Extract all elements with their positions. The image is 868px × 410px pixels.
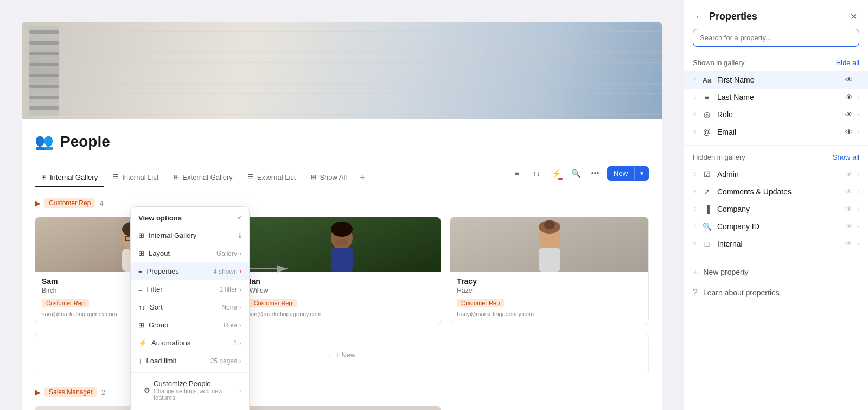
- drag-handle-email[interactable]: ⠿: [693, 129, 697, 135]
- prop-chevron-company[interactable]: ›: [857, 205, 859, 213]
- group-collapse-arrow[interactable]: ▶: [35, 199, 40, 207]
- card-sales-2[interactable]: [242, 406, 442, 410]
- learn-properties-button[interactable]: ? Learn about properties: [684, 282, 868, 303]
- drag-handle-role[interactable]: ⠿: [693, 112, 697, 118]
- vop-row-properties[interactable]: ≡ Properties 4 shown ›: [131, 262, 249, 280]
- rp-back-button[interactable]: ←: [695, 12, 704, 22]
- shown-label: Shown in gallery: [693, 59, 744, 67]
- vop-row-filter[interactable]: ≡ Filter 1 filter ›: [131, 280, 249, 298]
- property-search-input[interactable]: [693, 29, 859, 47]
- prop-visibility-company-id[interactable]: 👁: [845, 222, 853, 231]
- vop-arrow-load-limit: ›: [239, 357, 241, 365]
- tab-internal-list[interactable]: ☰ Internal List: [106, 169, 165, 187]
- prop-chevron-last-name[interactable]: ›: [857, 93, 859, 101]
- vop-label-sort: Sort: [150, 303, 163, 311]
- prop-row-internal[interactable]: ⠿ □ Internal 👁 ›: [684, 235, 868, 253]
- vop-close-button[interactable]: ×: [237, 213, 241, 222]
- prop-chevron-admin[interactable]: ›: [857, 171, 859, 178]
- prop-visibility-admin[interactable]: 👁: [845, 170, 853, 179]
- prop-chevron-role[interactable]: ›: [857, 111, 859, 118]
- card-email-tracy: tracy@marketingagency.com: [457, 311, 642, 317]
- customer-rep-tag: Customer Rep: [44, 198, 95, 208]
- drag-handle-company[interactable]: ⠿: [693, 206, 697, 212]
- prop-row-admin[interactable]: ⠿ ☑ Admin 👁 ›: [684, 166, 868, 183]
- vop-label-load-limit: Load limit: [146, 357, 177, 365]
- drag-handle-company-id[interactable]: ⠿: [693, 224, 697, 230]
- vop-divider-1: [131, 372, 249, 373]
- prop-row-comments[interactable]: ⠿ ↗ Comments & Updates 👁 ›: [684, 183, 868, 200]
- sales-group-arrow[interactable]: ▶: [35, 388, 40, 396]
- drag-handle-last-name[interactable]: ⠿: [693, 94, 697, 100]
- vop-row-internal-gallery[interactable]: ⊞ Internal Gallery ℹ: [131, 226, 249, 244]
- new-property-button[interactable]: + New property: [684, 262, 868, 282]
- vop-row-group[interactable]: ⊞ Group Role ›: [131, 316, 249, 334]
- learn-icon: ?: [693, 288, 698, 298]
- vop-value-filter: 1 filter: [219, 286, 237, 293]
- hidden-section-header: Hidden in gallery Show all: [684, 150, 868, 166]
- svg-point-9: [331, 222, 353, 237]
- vop-row-layout[interactable]: ⊞ Layout Gallery ›: [131, 244, 249, 262]
- tab-add-button[interactable]: +: [355, 168, 369, 187]
- hide-all-button[interactable]: Hide all: [836, 59, 859, 67]
- vop-customize[interactable]: ⚙ Customize People Change settings, add …: [131, 375, 249, 406]
- drag-handle-admin[interactable]: ⠿: [693, 172, 697, 178]
- prop-chevron-company-id[interactable]: ›: [857, 223, 859, 230]
- new-button-arrow[interactable]: ▼: [634, 167, 649, 180]
- vop-arrow-customize: ›: [239, 386, 241, 394]
- tab-icon-external-gallery: ⊞: [174, 173, 179, 181]
- prop-row-first-name[interactable]: ⠿ Aa First Name 👁 ›: [684, 71, 868, 89]
- drag-handle-first-name[interactable]: ⠿: [693, 77, 697, 83]
- vop-value-layout: Gallery: [216, 250, 237, 257]
- prop-visibility-internal[interactable]: 👁: [845, 239, 853, 248]
- prop-chevron-comments[interactable]: ›: [857, 188, 859, 195]
- prop-chevron-first-name[interactable]: ›: [857, 76, 859, 84]
- vop-label-internal-gallery: Internal Gallery: [149, 231, 196, 239]
- more-options-icon[interactable]: •••: [588, 166, 603, 181]
- new-button[interactable]: New ▼: [607, 166, 649, 181]
- prop-visibility-first-name[interactable]: 👁: [845, 75, 853, 84]
- vop-row-load-limit[interactable]: ↓ Load limit 25 pages ›: [131, 352, 249, 370]
- vop-info-icon[interactable]: ℹ: [239, 232, 241, 239]
- vop-icon-group: ⊞: [138, 321, 144, 329]
- svg-point-15: [544, 238, 548, 242]
- prop-chevron-email[interactable]: ›: [857, 128, 859, 136]
- prop-row-company[interactable]: ⠿ ▐ Company 👁 ›: [684, 200, 868, 218]
- vop-row-sort[interactable]: ↑↓ Sort None ›: [131, 298, 249, 316]
- tab-internal-gallery[interactable]: ⊞ Internal Gallery: [35, 169, 104, 187]
- tab-show-all[interactable]: ⊞ Show All: [304, 169, 353, 187]
- prop-icon-first-name: Aa: [701, 76, 713, 84]
- prop-visibility-role[interactable]: 👁: [845, 110, 853, 119]
- sales-manager-count: 2: [101, 388, 105, 396]
- search-icon[interactable]: 🔍: [568, 166, 583, 181]
- lightning-icon[interactable]: ⚡: [548, 166, 564, 181]
- prop-visibility-company[interactable]: 👁: [845, 205, 853, 213]
- vop-icon-filter: ≡: [138, 285, 143, 293]
- prop-chevron-internal[interactable]: ›: [857, 240, 859, 248]
- prop-visibility-comments[interactable]: 👁: [845, 187, 853, 196]
- prop-visibility-email[interactable]: 👁: [845, 128, 853, 136]
- prop-row-last-name[interactable]: ⠿ ≡ Last Name 👁 ›: [684, 89, 868, 106]
- prop-row-company-id[interactable]: ⠿ 🔍 Company ID 👁 ›: [684, 218, 868, 235]
- vop-row-automations[interactable]: ⚡ Automations 1 ›: [131, 334, 249, 352]
- people-icon: 👥: [35, 133, 54, 150]
- filter-icon[interactable]: ≡: [509, 166, 525, 181]
- rp-close-button[interactable]: ✕: [850, 11, 857, 22]
- vop-icon-load-limit: ↓: [138, 357, 142, 365]
- prop-name-company-id: Company ID: [717, 222, 841, 231]
- prop-name-company: Company: [717, 205, 841, 213]
- prop-visibility-last-name[interactable]: 👁: [845, 93, 853, 102]
- card-tracy[interactable]: Tracy Hazel Customer Rep tracy@marketing…: [450, 217, 649, 324]
- vop-value-automations: 1: [233, 339, 237, 347]
- tab-icon-internal-gallery: ⊞: [41, 173, 47, 181]
- drag-handle-internal[interactable]: ⠿: [693, 241, 697, 247]
- vop-icon-customize: ⚙: [144, 386, 150, 394]
- prop-row-email[interactable]: ⠿ @ Email 👁 ›: [684, 123, 868, 141]
- tab-external-list[interactable]: ☰ External List: [241, 169, 303, 187]
- sort-icon[interactable]: ↑↓: [529, 166, 544, 181]
- drag-handle-comments[interactable]: ⠿: [693, 189, 697, 195]
- show-all-button[interactable]: Show all: [833, 153, 859, 161]
- add-new-card[interactable]: + + New: [35, 333, 649, 376]
- prop-row-role[interactable]: ⠿ ◎ Role 👁 ›: [684, 106, 868, 123]
- tab-external-gallery[interactable]: ⊞ External Gallery: [167, 169, 239, 187]
- hidden-props-list: ⠿ ☑ Admin 👁 › ⠿ ↗ Comments & Updates 👁 ›…: [684, 166, 868, 410]
